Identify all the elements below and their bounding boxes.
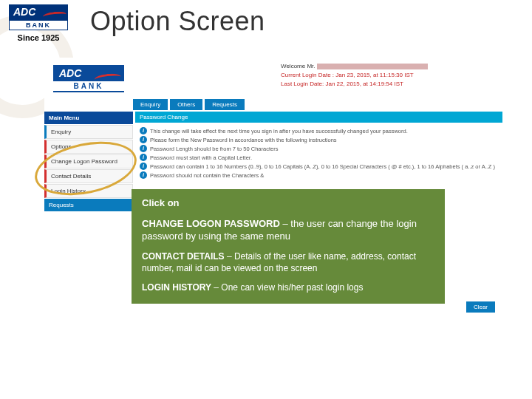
welcome-prefix: Welcome Mr. [281, 63, 316, 69]
callout-cpw-sep: – [280, 218, 290, 229]
logo-swoosh-icon [43, 10, 67, 20]
slide-header: ADC BANK Since 1925 Option Screen [0, 0, 532, 42]
panel-title-bar: Password Change [135, 112, 502, 123]
app-header: ADC BANK Welcome Mr. Current Login Date … [44, 58, 502, 99]
sidebar-header-mainmenu: Main Menu [44, 112, 133, 124]
welcome-line: Welcome Mr. [281, 62, 502, 71]
info-icon: i [140, 171, 147, 179]
rule-line: Password Length should be from 7 to 50 C… [150, 145, 278, 154]
app-logo-text: ADC [59, 67, 81, 79]
info-icon: i [140, 145, 147, 152]
info-icon: i [140, 154, 147, 161]
clear-button-wrap: Clear [466, 301, 495, 313]
sidebar-item-contact-details[interactable]: Contact Details [44, 169, 133, 183]
callout-login-label: LOGIN HISTORY [142, 282, 211, 293]
logo-top: ADC [9, 4, 68, 21]
bank-logo: ADC BANK [9, 4, 68, 30]
callout-login-history: LOGIN HISTORY – One can view his/her pas… [142, 282, 434, 293]
since-text: Since 1925 [0, 33, 77, 42]
rule-line: This change will take effect the next ti… [150, 127, 408, 136]
nav-tab-others[interactable]: Others [170, 99, 202, 110]
sidebar-item-options[interactable]: Options [44, 140, 133, 154]
callout-contact: CONTACT DETAILS – Details of the user li… [142, 250, 434, 274]
last-login-line: Last Login Date: Jan 22, 2015, at 14:19:… [281, 80, 502, 89]
instruction-callout: Click on CHANGE LOGON PASSWORD – the use… [132, 189, 445, 304]
app-logo-subtext: BANK [53, 81, 124, 92]
rule-line: Password can contain 1 to 16 Numbers (0.… [150, 163, 495, 171]
info-icon: i [140, 136, 147, 143]
rule-line: Password must start with a Capital Lette… [150, 154, 252, 163]
callout-login-text: One can view his/her past login logs [221, 282, 363, 293]
callout-contact-label: CONTACT DETAILS [142, 251, 225, 262]
callout-change-password: CHANGE LOGON PASSWORD – the user can cha… [142, 217, 434, 243]
callout-login-sep: – [211, 282, 221, 293]
sidebar-item-login-history[interactable]: Login History [44, 184, 133, 198]
rule-line: Password should not contain the Characte… [150, 171, 264, 180]
sidebar-header-requests[interactable]: Requests [44, 199, 133, 211]
callout-cpw-label: CHANGE LOGON PASSWORD [142, 218, 280, 229]
callout-contact-sep: – [225, 251, 234, 262]
clear-button[interactable]: Clear [466, 301, 495, 313]
info-icon: i [140, 127, 147, 134]
page-title: Option Screen [77, 4, 265, 37]
redacted-name [317, 64, 428, 69]
sidebar: Main Menu Enquiry Options Change Logon P… [44, 112, 133, 211]
logo-text: ADC [13, 6, 35, 18]
logo-subtext: BANK [9, 21, 68, 30]
info-icon: i [140, 163, 147, 170]
app-logo: ADC BANK [44, 58, 133, 99]
nav-tab-enquiry[interactable]: Enquiry [133, 99, 168, 110]
current-login-line: Current Login Date : Jan 23, 2015, at 11… [281, 71, 502, 80]
callout-click-on: Click on [142, 197, 434, 210]
sidebar-item-enquiry[interactable]: Enquiry [44, 125, 133, 139]
sidebar-item-change-password[interactable]: Change Logon Password [44, 154, 133, 168]
top-nav: Enquiry Others Requests [133, 99, 502, 110]
password-rules: iThis change will take effect the next t… [135, 123, 502, 185]
logo-column: ADC BANK Since 1925 [0, 4, 77, 42]
welcome-block: Welcome Mr. Current Login Date : Jan 23,… [133, 58, 502, 99]
rule-line: Please form the New Password in accordan… [150, 136, 337, 145]
nav-tab-requests[interactable]: Requests [205, 99, 245, 110]
